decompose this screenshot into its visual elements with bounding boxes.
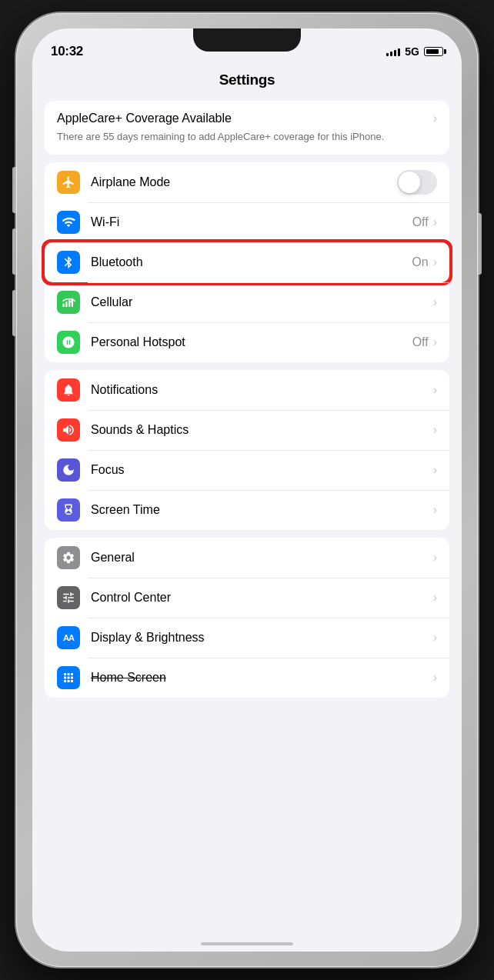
personal-hotspot-value: Off	[412, 335, 429, 349]
settings-row-notifications[interactable]: Notifications ›	[45, 370, 449, 410]
settings-row-sounds-haptics[interactable]: Sounds & Haptics ›	[45, 410, 449, 450]
home-indicator	[201, 942, 293, 945]
bluetooth-svg	[62, 255, 75, 269]
cellular-svg	[62, 295, 75, 309]
hotspot-svg	[62, 335, 75, 349]
wifi-icon	[57, 211, 80, 234]
wifi-chevron: ›	[433, 215, 437, 229]
settings-row-wifi[interactable]: Wi-Fi Off ›	[45, 202, 449, 242]
general-icon	[57, 546, 80, 569]
gear-svg	[62, 551, 75, 565]
general-label: General	[91, 551, 433, 565]
settings-row-control-center[interactable]: Control Center ›	[45, 578, 449, 618]
personal-hotspot-chevron: ›	[433, 335, 437, 349]
settings-row-cellular[interactable]: Cellular ›	[45, 282, 449, 322]
wifi-label: Wi-Fi	[91, 215, 412, 229]
screen-time-label: Screen Time	[91, 503, 433, 517]
settings-row-display-brightness[interactable]: AA Display & Brightness ›	[45, 618, 449, 658]
display-brightness-chevron: ›	[433, 631, 437, 645]
bell-svg	[62, 383, 75, 397]
network-type: 5G	[405, 45, 419, 58]
general-chevron: ›	[433, 551, 437, 565]
status-time: 10:32	[51, 44, 83, 59]
bluetooth-value: On	[412, 255, 428, 269]
sounds-haptics-label: Sounds & Haptics	[91, 423, 433, 437]
notifications-chevron: ›	[433, 383, 437, 397]
svg-rect-1	[65, 302, 67, 307]
airplane-mode-icon	[57, 171, 80, 194]
screen-content[interactable]: Settings AppleCare+ Coverage Available ›…	[32, 65, 462, 952]
battery-fill	[426, 49, 439, 54]
signal-icon	[386, 47, 400, 56]
general-group: General › Control Center ›	[45, 538, 449, 698]
applecare-card[interactable]: AppleCare+ Coverage Available › There ar…	[45, 101, 449, 155]
notch	[193, 28, 301, 52]
sliders-svg	[62, 591, 75, 605]
settings-row-screen-time[interactable]: Screen Time ›	[45, 490, 449, 530]
notifications-icon	[57, 378, 80, 402]
page-title: Settings	[32, 65, 462, 101]
sounds-icon	[57, 418, 80, 442]
status-icons: 5G	[386, 45, 443, 58]
focus-icon	[57, 458, 80, 482]
display-brightness-icon: AA	[57, 626, 80, 649]
bluetooth-icon	[57, 251, 80, 274]
airplane-mode-label: Airplane Mode	[91, 175, 391, 189]
settings-row-home-screen[interactable]: Home Screen ›	[45, 658, 449, 698]
control-center-chevron: ›	[433, 591, 437, 605]
bluetooth-chevron: ›	[433, 255, 437, 269]
home-screen-label: Home Screen	[91, 671, 433, 685]
phone-screen: 10:32 5G Settings	[32, 28, 462, 952]
phone-frame: 10:32 5G Settings	[16, 13, 478, 967]
applecare-chevron: ›	[433, 112, 437, 125]
settings-row-bluetooth[interactable]: Bluetooth On ›	[45, 242, 449, 282]
airplane-mode-toggle[interactable]	[397, 170, 437, 195]
applecare-row: AppleCare+ Coverage Available ›	[57, 112, 437, 125]
sound-svg	[62, 423, 75, 437]
control-center-icon	[57, 586, 80, 609]
screen-time-icon	[57, 498, 80, 522]
applecare-title: AppleCare+ Coverage Available	[57, 112, 232, 125]
battery-body	[424, 47, 443, 56]
bluetooth-label: Bluetooth	[91, 255, 412, 269]
notifications-label: Notifications	[91, 383, 433, 397]
focus-label: Focus	[91, 463, 433, 477]
aa-icon: AA	[63, 633, 74, 642]
home-screen-icon	[57, 666, 80, 689]
wifi-value: Off	[412, 215, 429, 229]
screen-time-chevron: ›	[433, 503, 437, 517]
svg-rect-3	[72, 298, 73, 307]
home-screen-chevron: ›	[433, 671, 437, 685]
applecare-description: There are 55 days remaining to add Apple…	[57, 130, 437, 144]
sounds-haptics-chevron: ›	[433, 423, 437, 437]
connectivity-group: Airplane Mode Wi-Fi Off ›	[45, 162, 449, 362]
battery-icon	[424, 47, 443, 56]
svg-rect-2	[68, 300, 70, 307]
focus-chevron: ›	[433, 463, 437, 477]
display-brightness-label: Display & Brightness	[91, 631, 433, 645]
svg-rect-0	[63, 304, 65, 308]
notifications-group: Notifications › Sounds & Haptics ›	[45, 370, 449, 530]
wifi-svg	[62, 215, 75, 229]
settings-row-focus[interactable]: Focus ›	[45, 450, 449, 490]
airplane-svg	[62, 175, 75, 189]
settings-row-personal-hotspot[interactable]: Personal Hotspot Off ›	[45, 322, 449, 362]
cellular-label: Cellular	[91, 295, 433, 309]
hotspot-icon	[57, 331, 80, 354]
control-center-label: Control Center	[91, 591, 433, 605]
cellular-icon	[57, 291, 80, 314]
hourglass-svg	[62, 503, 75, 517]
settings-row-airplane-mode[interactable]: Airplane Mode	[45, 162, 449, 202]
personal-hotspot-label: Personal Hotspot	[91, 335, 412, 349]
moon-svg	[62, 463, 75, 477]
grid-svg	[62, 671, 75, 685]
cellular-chevron: ›	[433, 295, 437, 309]
settings-row-general[interactable]: General ›	[45, 538, 449, 578]
